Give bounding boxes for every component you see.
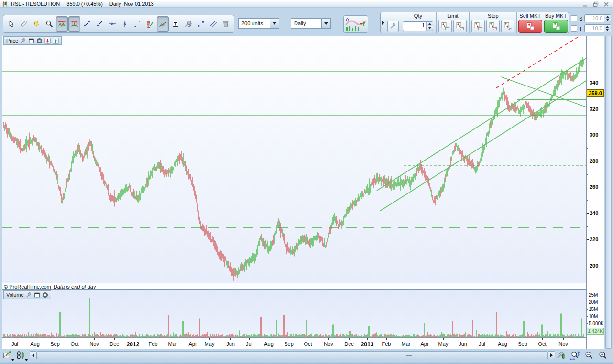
time-tick-label: Nov: [558, 341, 568, 347]
close-icon[interactable]: [36, 38, 43, 44]
volume-pane[interactable]: Volume: [2, 290, 586, 338]
units-dropdown[interactable]: 200 units: [238, 18, 279, 29]
export-chart-icon: [3, 351, 13, 360]
segment-tool-button[interactable]: [81, 16, 93, 32]
zoom-range-button[interactable]: [570, 351, 580, 360]
volume-tick-label: 5.000K: [589, 321, 604, 326]
trading-platform-window: RSL - RESOLUTION 359.0 (+0.45%) Daily No…: [0, 0, 613, 364]
spinner-down-icon[interactable]: [604, 19, 611, 22]
text-tool-tool-button[interactable]: [169, 16, 181, 32]
protect-target-value[interactable]: 10.0: [585, 25, 604, 32]
drawing-toolbar: [3, 15, 234, 33]
time-tick-label: Feb: [382, 341, 391, 347]
wrench-candle-icon: [557, 351, 567, 360]
close-icon[interactable]: [42, 292, 48, 298]
spinner-up-icon[interactable]: [604, 25, 611, 29]
alarm-tool-button[interactable]: [31, 16, 43, 32]
time-tick-label: Oct: [304, 341, 312, 347]
price-tick-label: 320: [590, 106, 598, 112]
stop-order-button[interactable]: [471, 20, 485, 32]
wrench-icon[interactable]: [20, 38, 26, 44]
price-axis[interactable]: 359.0 1,424K 34032030028026024022020025M…: [586, 36, 604, 349]
window-icon[interactable]: [28, 38, 34, 44]
close-window-icon[interactable]: [603, 1, 609, 7]
spinner-down-icon[interactable]: [604, 29, 611, 32]
horizontal-line-tool-button[interactable]: [106, 16, 118, 32]
quantity-value[interactable]: 1: [403, 22, 426, 31]
time-tick-label: Jul: [246, 341, 252, 347]
minimize-icon[interactable]: [582, 1, 588, 7]
extended-line-tool-button[interactable]: [94, 16, 106, 32]
horizontal-scrollbar[interactable]: [37, 351, 548, 359]
title-bar: RSL - RESOLUTION 359.0 (+0.45%) Daily No…: [0, 0, 613, 8]
ruler-tool-button[interactable]: [18, 16, 30, 32]
bottom-toolbar: [0, 349, 613, 362]
restore-icon[interactable]: [592, 1, 599, 7]
protect-stop-value[interactable]: 10.0: [585, 15, 604, 22]
volume-tick-label: 25M: [589, 292, 598, 298]
order-panel-collapse-button[interactable]: [381, 12, 386, 33]
order-settings-button[interactable]: [387, 21, 399, 32]
short-segment-tool-button[interactable]: [195, 16, 207, 32]
spinner-up-icon[interactable]: [604, 15, 611, 19]
window-icon[interactable]: [34, 292, 40, 298]
title-date: Nov 01 2013: [124, 1, 153, 7]
time-tick-label: Mar: [402, 341, 411, 347]
scroll-left-button[interactable]: [30, 351, 37, 359]
time-tick-label: Dec: [109, 341, 119, 347]
sell-mkt-button[interactable]: [518, 20, 542, 33]
limit-order-modify-button[interactable]: [453, 20, 467, 32]
pointer-tool-button[interactable]: [5, 16, 17, 32]
price-chart-pane[interactable]: Price: [2, 36, 586, 283]
chevron-down-icon[interactable]: [270, 19, 279, 28]
indicator-list-tool-button[interactable]: [144, 16, 156, 32]
shift-down-icon[interactable]: [44, 38, 51, 44]
pattern-resistance-tool-button[interactable]: [56, 16, 68, 32]
drawing-tools-tool-button[interactable]: [182, 16, 194, 32]
timeframe-dropdown[interactable]: Daily: [291, 18, 331, 29]
protect-stop-stepper[interactable]: 10.0: [584, 14, 611, 22]
scroll-right-button[interactable]: [548, 351, 555, 359]
protect-target-checkbox[interactable]: [571, 25, 577, 32]
shift-up-icon[interactable]: [53, 38, 59, 44]
trash-tool-button[interactable]: [220, 16, 232, 32]
window-bottom-edge: [0, 362, 613, 364]
price-pane-title: Price: [6, 38, 18, 43]
scrollbar-grip[interactable]: [406, 354, 412, 357]
wrench-icon[interactable]: [26, 292, 32, 298]
export-chart-button[interactable]: [3, 351, 13, 360]
vertical-scrollbar[interactable]: [605, 36, 612, 349]
zoom-lens-tool-button[interactable]: [43, 16, 55, 32]
parallel-line-tool-button[interactable]: [207, 16, 219, 32]
buy-mkt-button[interactable]: [544, 20, 568, 33]
pattern-detection-button[interactable]: [343, 15, 368, 33]
trend-detect-tool-button[interactable]: [157, 16, 169, 32]
price-chart[interactable]: [2, 36, 586, 284]
zoom-in-button[interactable]: [598, 351, 609, 360]
protect-stop-row: S 10.0: [571, 14, 611, 22]
vertical-line-tool-button[interactable]: [119, 16, 131, 32]
title-timeframe: Daily: [109, 1, 121, 7]
quantity-stepper[interactable]: 1: [403, 21, 433, 31]
protect-target-stepper[interactable]: 10.0: [584, 24, 611, 32]
chevron-down-icon[interactable]: [321, 19, 330, 28]
protect-stop-checkbox[interactable]: [571, 15, 577, 21]
link-instrument-button[interactable]: [16, 351, 27, 360]
spinner-down-icon[interactable]: [427, 26, 433, 31]
time-axis: JulAugSepOctNovDec2012FebMarAprMayJunJul…: [2, 338, 586, 349]
zoom-out-button[interactable]: [584, 351, 595, 360]
stop-order-trailing-button[interactable]: [501, 20, 514, 32]
stop-order-modify-button[interactable]: [486, 20, 500, 32]
parallel-channel-tool-button[interactable]: [131, 16, 143, 32]
chart-settings-button[interactable]: [557, 351, 567, 360]
volume-tick-label: 20M: [589, 300, 598, 305]
zoom-range-icon: [570, 351, 580, 360]
volume-chart[interactable]: [2, 290, 586, 338]
pattern-channel-tool-button[interactable]: [68, 16, 80, 32]
arrow-left-icon: [32, 353, 34, 357]
time-tick-label: Aug: [264, 341, 274, 347]
time-tick-label: 2012: [127, 341, 140, 348]
time-tick-label: Oct: [70, 341, 78, 347]
limit-order-button[interactable]: [438, 20, 452, 32]
spinner-up-icon[interactable]: [427, 22, 433, 26]
